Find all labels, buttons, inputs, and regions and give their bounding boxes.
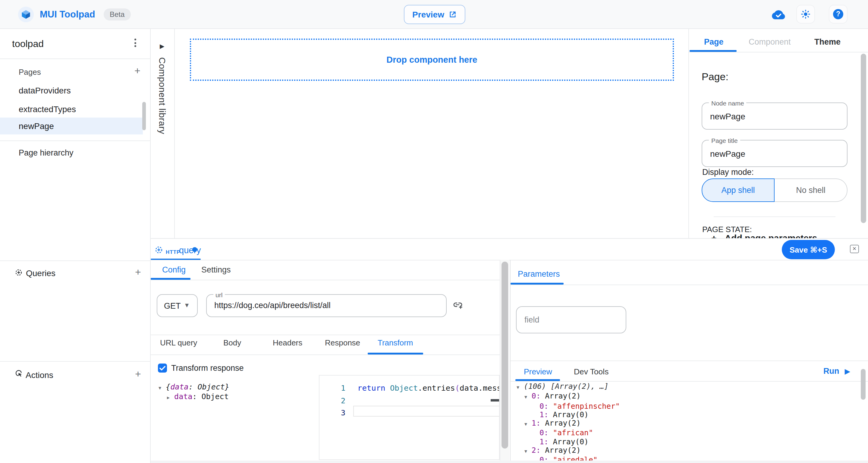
config-scrollbar-thumb[interactable] (501, 261, 508, 449)
json-string-value: "affenpinscher" (553, 402, 620, 410)
tab-page[interactable]: Page (704, 37, 724, 47)
add-query-button[interactable]: + (135, 268, 141, 277)
subtab-response[interactable]: Response (325, 338, 360, 347)
preview-button[interactable]: Preview (404, 5, 465, 24)
display-mode-no-shell[interactable]: No shell (775, 179, 847, 202)
divider (714, 216, 835, 217)
open-in-new-icon (448, 10, 457, 19)
parameter-field[interactable] (516, 306, 626, 333)
expand-panel-icon[interactable]: ▶ (160, 43, 164, 50)
save-button-label: Save ⌘+S (789, 245, 827, 254)
app-header: MUI Toolpad Beta Preview ? (0, 0, 868, 29)
json-tree-row[interactable]: ▼ 1: Array(2) (513, 419, 862, 429)
divider (151, 354, 509, 355)
divider (510, 284, 868, 285)
sidebar-item-extractedtypes[interactable]: extractedTypes (0, 102, 143, 118)
component-library-label: Component library (157, 57, 167, 163)
expander-icon[interactable]: ▶ (167, 395, 170, 400)
json-tree-row[interactable]: 1: Array(0) (513, 410, 862, 419)
expander-icon[interactable]: ▼ (524, 422, 527, 427)
drop-zone[interactable]: Drop component here (190, 38, 674, 81)
play-icon: ▶ (845, 367, 850, 375)
json-key: 2: (532, 446, 541, 455)
url-input[interactable] (214, 295, 441, 316)
pages-section-header: Pages (19, 67, 41, 76)
expander-icon[interactable]: ▼ (517, 384, 519, 390)
json-tree-row[interactable]: ▼ 0: Array(2) (513, 392, 862, 402)
help-icon: ? (833, 9, 843, 19)
add-page-button[interactable]: + (134, 67, 141, 75)
scope-root-open: { (166, 382, 170, 391)
expander-icon[interactable]: ▼ (524, 449, 527, 454)
subtab-body[interactable]: Body (223, 338, 241, 347)
run-button[interactable]: Run ▶ (824, 367, 850, 376)
code-paren: ( (455, 383, 460, 393)
subtab-transform[interactable]: Transform (378, 338, 413, 347)
node-name-field[interactable]: Node name (702, 102, 847, 130)
json-tree-row[interactable]: ▼ 2: Array(2) (513, 446, 862, 456)
subtab-headers[interactable]: Headers (273, 338, 302, 347)
sidebar-item-dataproviders[interactable]: dataProviders (0, 83, 143, 99)
json-string-value: "airedale" (553, 456, 597, 461)
expander-icon[interactable]: ▼ (158, 385, 161, 391)
json-tree-row[interactable]: 0: "african" (513, 429, 862, 438)
theme-toggle-button[interactable] (796, 5, 815, 24)
display-mode-label: Display mode: (702, 167, 754, 177)
tab-theme[interactable]: Theme (814, 37, 841, 47)
tab-settings[interactable]: Settings (201, 265, 231, 274)
json-root-summary: (106) [Array(2), …] (524, 382, 609, 391)
node-name-input[interactable] (710, 103, 843, 129)
current-line-highlight (353, 406, 500, 416)
method-select[interactable]: GET ▾ (157, 294, 198, 317)
panel-divider[interactable] (510, 260, 510, 463)
url-field[interactable]: url (206, 294, 446, 317)
brand-title: MUI Toolpad (40, 9, 95, 20)
scope-tree-child[interactable]: ▶ data: Object (167, 392, 229, 401)
help-button[interactable]: ? (829, 5, 847, 24)
page-title-field[interactable]: Page title (702, 140, 847, 167)
json-tree-row[interactable]: 0: "affenpinscher" (513, 402, 862, 410)
pages-scrollbar-thumb[interactable] (142, 102, 146, 130)
transform-code-editor[interactable]: 1 2 3 return Object.entries(data.messag (319, 375, 500, 460)
sidebar-item-label: dataProviders (19, 86, 71, 95)
actions-icon (15, 370, 23, 377)
add-link-icon[interactable] (453, 300, 463, 310)
scope-tree-root[interactable]: ▼ {data: Object} (158, 382, 229, 391)
add-page-parameters-button[interactable]: + Add page parameters (711, 233, 817, 238)
tab-preview[interactable]: Preview (524, 367, 552, 376)
project-menu-button[interactable] (131, 38, 139, 47)
json-tree-row[interactable]: 1: Array(0) (513, 438, 862, 446)
json-tree-row[interactable]: ▼ (106) [Array(2), …] (513, 382, 862, 392)
json-string-value: "african" (553, 429, 593, 437)
unsaved-changes-dot (192, 247, 197, 252)
close-editor-button[interactable]: × (850, 245, 859, 253)
page-hierarchy-item[interactable]: Page hierarchy (19, 148, 73, 157)
tab-dev-tools[interactable]: Dev Tools (574, 367, 609, 376)
divider (151, 279, 509, 280)
page-title-input[interactable] (710, 141, 843, 166)
display-mode-app-shell[interactable]: App shell (702, 179, 775, 202)
inspector-scrollbar-thumb[interactable] (861, 54, 866, 223)
sun-icon (801, 9, 811, 19)
parameter-field-input[interactable] (524, 307, 621, 333)
json-key: 0: (532, 392, 541, 401)
sidebar-item-newpage-selected[interactable]: newPage (0, 118, 143, 134)
run-button-label: Run (824, 367, 839, 376)
cloud-saved-icon (771, 10, 786, 20)
display-mode-toggle: App shell No shell (702, 179, 847, 202)
toggle-option-label: App shell (721, 186, 755, 195)
json-tree-row[interactable]: 0: "airedale" (513, 456, 862, 461)
tab-config[interactable]: Config (162, 265, 186, 274)
transform-checkbox[interactable] (158, 363, 167, 372)
tab-parameters[interactable]: Parameters (518, 270, 560, 279)
json-key: 0: (539, 456, 549, 461)
expander-icon[interactable]: ▼ (524, 395, 527, 400)
transform-checkbox-label: Transform response (171, 364, 244, 373)
code-type: Object (390, 383, 418, 393)
page-canvas: Drop component here (175, 29, 688, 238)
bottom-dock: HTTP query Save ⌘+S × Config Settings GE… (151, 238, 868, 463)
add-action-button[interactable]: + (135, 370, 141, 379)
tab-component[interactable]: Component (749, 37, 791, 47)
subtab-url-query[interactable]: URL query (160, 338, 197, 347)
save-button[interactable]: Save ⌘+S (782, 240, 835, 259)
